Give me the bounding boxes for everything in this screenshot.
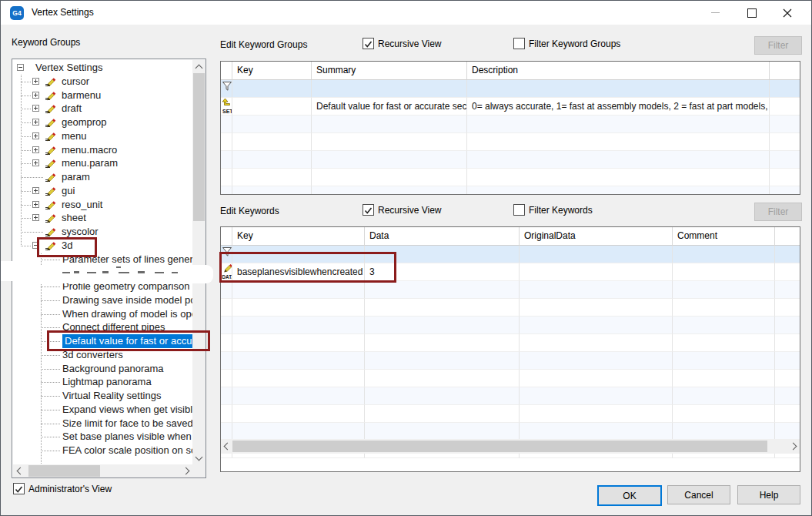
tree-expand-icon[interactable]	[32, 92, 39, 99]
tree-item[interactable]: gui	[13, 184, 192, 198]
column-header-key[interactable]: Key	[232, 227, 365, 246]
filter-groups-button[interactable]: Filter	[754, 36, 802, 55]
grid-cell[interactable]	[467, 80, 770, 98]
grid-cell[interactable]	[673, 246, 775, 263]
tree-item[interactable]: barmenu	[13, 89, 192, 102]
tree-vertical-scrollbar[interactable]	[192, 60, 206, 464]
scroll-down-icon[interactable]	[195, 454, 203, 461]
help-button[interactable]: Help	[737, 485, 800, 504]
tree-item[interactable]: Expand views when get visible fa	[13, 403, 192, 417]
grid-cell	[365, 299, 520, 317]
filter-keyword-groups-checkbox[interactable]: Filter Keyword Groups	[513, 38, 620, 49]
grid-header-row: KeyDataOriginalDataComment	[221, 227, 800, 246]
scroll-right-icon[interactable]	[182, 467, 190, 475]
annotation-fragment	[116, 266, 121, 268]
cancel-button[interactable]: Cancel	[667, 485, 730, 504]
grid-empty-row[interactable]	[221, 151, 800, 169]
tree-item[interactable]: menu.param	[13, 156, 192, 170]
grid-empty-row[interactable]	[221, 317, 800, 334]
grid-cell[interactable]	[520, 246, 673, 263]
tree-item[interactable]: draft	[13, 102, 192, 116]
grid-cell[interactable]	[312, 80, 467, 98]
tree-expand-icon[interactable]	[32, 187, 39, 194]
filter-keywords-checkbox[interactable]: Filter Keywords	[513, 204, 593, 216]
grid-cell[interactable]	[775, 246, 800, 263]
tree-item[interactable]: reso_unit	[13, 198, 192, 212]
tree-expand-icon[interactable]	[32, 119, 39, 126]
grid-data-row[interactable]: SETDefault value for fast or accurate se…	[221, 98, 800, 116]
tree-guide-stub	[21, 109, 32, 109]
tree-item[interactable]: Drawing save inside model poss	[13, 293, 192, 307]
column-header-description[interactable]: Description	[467, 62, 770, 80]
column-header-summary[interactable]: Summary	[312, 62, 467, 80]
grid-empty-row[interactable]	[221, 387, 800, 405]
grid-empty-row[interactable]	[221, 423, 800, 441]
grid-empty-row[interactable]	[221, 116, 800, 133]
ok-button[interactable]: OK	[597, 485, 662, 506]
tree-expand-icon[interactable]	[32, 132, 39, 139]
grid-empty-row[interactable]	[221, 169, 800, 186]
grid-empty-row[interactable]	[221, 405, 800, 423]
tree-vscroll-thumb[interactable]	[193, 73, 205, 221]
grid-cell	[232, 116, 312, 133]
grid-empty-row[interactable]	[221, 133, 800, 151]
keyword-groups-grid[interactable]: KeySummaryDescriptionSETDefault value fo…	[220, 61, 800, 195]
column-header-data[interactable]: Data	[365, 227, 520, 246]
recursive-view-keywords-checkbox[interactable]: Recursive View	[363, 204, 441, 216]
column-header-key[interactable]: Key	[232, 62, 312, 80]
scroll-left-icon[interactable]	[224, 443, 232, 451]
tree-item[interactable]: Background panorama	[13, 362, 192, 376]
tree-expand-icon[interactable]	[32, 78, 39, 85]
filter-keywords-button[interactable]: Filter	[754, 203, 802, 221]
tree-item[interactable]: Virtual Reality settings	[13, 389, 192, 403]
tree-item[interactable]: menu	[13, 129, 192, 143]
grid-empty-row[interactable]	[221, 334, 800, 352]
tree-expand-icon[interactable]	[32, 214, 39, 221]
filter-funnel-icon[interactable]	[221, 80, 232, 98]
scroll-right-icon[interactable]	[790, 443, 797, 451]
tree-horizontal-scrollbar[interactable]	[13, 464, 192, 477]
tree-item[interactable]: Lightmap panorama	[13, 375, 192, 389]
grid-cell	[232, 387, 365, 405]
tree-expand-icon[interactable]	[32, 105, 39, 112]
tree-item[interactable]: geomprop	[13, 116, 192, 129]
tree-hscroll-thumb[interactable]	[28, 465, 100, 477]
minimize-button[interactable]	[697, 1, 733, 25]
scroll-up-icon[interactable]	[195, 65, 203, 72]
tree-item[interactable]: cursor	[13, 75, 192, 89]
grid-empty-row[interactable]	[221, 370, 800, 387]
grid-empty-row[interactable]	[221, 352, 800, 370]
grid-empty-row[interactable]	[221, 281, 800, 299]
scroll-left-icon[interactable]	[17, 467, 25, 475]
tree-viewport[interactable]: Vertex Settingscursorbarmenudraftgeompro…	[13, 60, 192, 464]
maximize-button[interactable]	[733, 1, 769, 25]
tree-item[interactable]: menu.macro	[13, 143, 192, 157]
tree-item[interactable]: Vertex Settings	[13, 61, 192, 75]
recursive-view-groups-checkbox[interactable]: Recursive View	[363, 38, 441, 49]
tree-expand-icon[interactable]	[32, 146, 39, 153]
administrators-view-checkbox[interactable]: Administrator's View	[13, 483, 112, 494]
tree-expand-icon[interactable]	[32, 201, 39, 208]
tree-collapse-icon[interactable]	[17, 64, 24, 71]
tree-item[interactable]: sheet	[13, 211, 192, 225]
column-header-originaldata[interactable]: OriginalData	[520, 227, 673, 246]
keywords-grid-hscrollbar[interactable]	[221, 439, 800, 454]
tree-guide-stub	[21, 82, 32, 82]
checkbox-checked-icon	[363, 38, 374, 49]
tree-item[interactable]: FEA color scale position on scree	[13, 444, 192, 457]
column-header-blank	[221, 227, 232, 246]
tree-item[interactable]: Set base planes visible when nev	[13, 430, 192, 444]
tree-item[interactable]: param	[13, 170, 192, 184]
tree-expand-icon[interactable]	[32, 159, 39, 166]
tree-item[interactable]: When drawing of model is open	[13, 307, 192, 321]
grid-cell[interactable]	[232, 80, 312, 98]
grid-empty-row[interactable]	[221, 186, 800, 195]
grid-cell[interactable]	[770, 80, 800, 98]
close-button[interactable]	[770, 1, 805, 25]
grid-empty-row[interactable]	[221, 299, 800, 317]
tree-item[interactable]: Size limit for face to be saved at	[13, 417, 192, 431]
column-header-comment[interactable]: Comment	[673, 227, 775, 246]
keywords-hscroll-thumb[interactable]	[232, 441, 767, 452]
title-bar[interactable]: G4 Vertex Settings	[1, 1, 811, 25]
grid-filter-row[interactable]	[221, 80, 800, 98]
